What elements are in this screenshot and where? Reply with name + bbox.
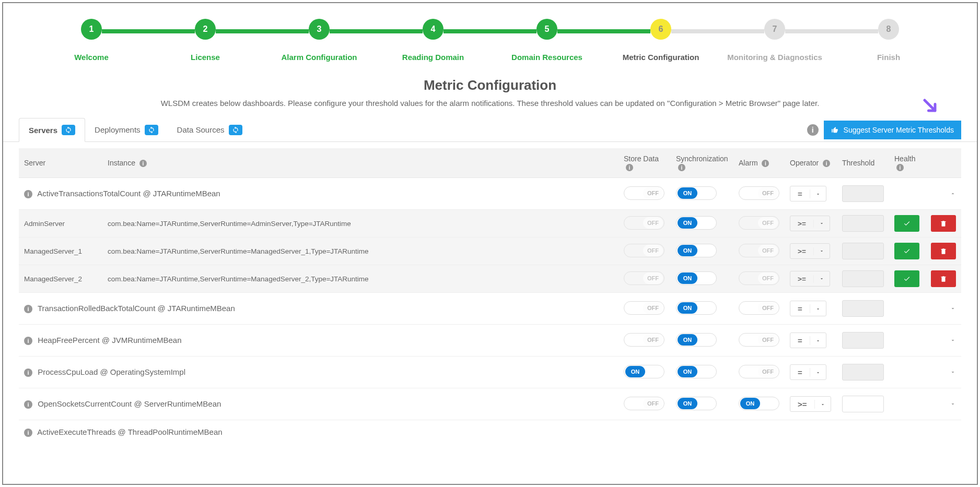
toggle-off: OFF <box>739 271 779 285</box>
info-icon[interactable]: i <box>762 160 769 167</box>
step-circle: 8 <box>878 19 899 40</box>
toggle-on[interactable]: ON <box>676 333 717 347</box>
step-circle: 5 <box>536 19 557 40</box>
chevron-down-icon <box>810 189 826 198</box>
toggle-off[interactable]: OFF <box>739 186 779 200</box>
threshold-input[interactable] <box>842 396 884 412</box>
chevron-down-icon[interactable] <box>950 304 956 313</box>
chevron-down-icon <box>810 304 826 313</box>
step-line <box>444 29 536 33</box>
threshold-input <box>842 185 884 202</box>
toggle-on[interactable]: ON <box>676 216 717 230</box>
health-ok-button[interactable] <box>894 270 919 287</box>
toggle-on[interactable]: ON <box>676 244 717 257</box>
toggle-off[interactable]: OFF <box>624 397 664 410</box>
info-icon[interactable]: i <box>626 164 633 171</box>
chevron-down-icon[interactable] <box>950 336 956 345</box>
step-7[interactable]: 7 Monitoring & Diagnostics <box>718 19 832 62</box>
toggle-off[interactable]: OFF <box>739 333 779 347</box>
toggle-off[interactable]: OFF <box>624 186 664 200</box>
toggle-on[interactable]: ON <box>676 186 717 200</box>
chevron-down-icon[interactable] <box>950 400 956 409</box>
info-icon[interactable]: i <box>24 369 32 377</box>
threshold-input <box>842 243 884 259</box>
step-line <box>671 29 764 33</box>
step-circle: 7 <box>764 19 785 40</box>
toggle-on[interactable]: ON <box>676 365 717 378</box>
step-2[interactable]: 2 License <box>148 19 262 62</box>
info-icon[interactable]: i <box>24 400 32 409</box>
toggle-on[interactable]: ON <box>624 365 664 378</box>
tab-deployments[interactable]: Deployments <box>85 118 168 141</box>
step-line <box>557 29 650 33</box>
instance-name: com.bea:Name=JTARuntime,ServerRuntime=Ad… <box>102 210 619 237</box>
step-line <box>330 29 423 33</box>
delete-button[interactable] <box>931 270 956 287</box>
threshold-input <box>842 300 884 317</box>
toggle-off[interactable]: OFF <box>624 301 664 315</box>
info-icon[interactable]: i <box>24 337 32 345</box>
metric-name: ProcessCpuLoad @ OperatingSystemImpl <box>38 367 185 376</box>
info-icon[interactable]: i <box>807 124 819 136</box>
delete-button[interactable] <box>931 243 956 259</box>
toggle-on[interactable]: ON <box>739 397 779 410</box>
server-row: ManagedServer_2 com.bea:Name=JTARuntime,… <box>19 265 961 293</box>
tab-datasources[interactable]: Data Sources <box>168 118 252 141</box>
tab-servers[interactable]: Servers <box>19 118 85 142</box>
step-5[interactable]: 5 Domain Resources <box>490 19 604 62</box>
toggle-off[interactable]: OFF <box>739 365 779 378</box>
operator-select[interactable]: = <box>790 301 826 316</box>
col-operator: Operator i <box>785 148 837 178</box>
chevron-up-icon[interactable] <box>950 189 956 198</box>
toggle-off[interactable]: OFF <box>624 333 664 347</box>
toggle-on[interactable]: ON <box>676 301 717 315</box>
toggle-on[interactable]: ON <box>676 271 717 285</box>
refresh-icon[interactable] <box>229 125 242 135</box>
operator-select[interactable]: = <box>790 364 826 380</box>
health-ok-button[interactable] <box>894 243 919 259</box>
info-icon[interactable]: i <box>139 160 147 167</box>
info-icon[interactable]: i <box>24 305 32 313</box>
step-4[interactable]: 4 Reading Domain <box>376 19 490 62</box>
step-8[interactable]: 8 Finish <box>832 19 946 62</box>
metric-row: i ActiveTransactionsTotalCount @ JTARunt… <box>19 178 961 210</box>
operator-select: >= <box>790 243 830 259</box>
info-icon[interactable]: i <box>24 190 32 198</box>
metrics-table: Server Instance i Store Data i Synchroni… <box>19 148 961 444</box>
operator-select[interactable]: = <box>790 332 826 348</box>
threshold-input <box>842 215 884 232</box>
col-instance: Instance i <box>102 148 619 178</box>
info-icon[interactable]: i <box>823 160 830 167</box>
refresh-icon[interactable] <box>62 125 75 135</box>
operator-select: >= <box>790 271 830 287</box>
step-3[interactable]: 3 Alarm Configuration <box>262 19 376 62</box>
metric-row: i ActiveExecuteThreads @ ThreadPoolRunti… <box>19 420 961 445</box>
metric-name: TransactionRolledBackTotalCount @ JTARun… <box>38 304 235 313</box>
info-icon[interactable]: i <box>678 164 685 171</box>
col-alarm: Alarm i <box>733 148 785 178</box>
tab-datasources-label: Data Sources <box>177 125 225 134</box>
operator-select[interactable]: = <box>790 186 826 201</box>
pointer-arrow-icon <box>922 98 938 113</box>
chevron-down-icon[interactable] <box>950 368 956 377</box>
refresh-icon[interactable] <box>145 125 158 135</box>
metric-name: ActiveTransactionsTotalCount @ JTARuntim… <box>37 189 220 198</box>
instance-name: com.bea:Name=JTARuntime,ServerRuntime=Ma… <box>102 265 619 293</box>
col-threshold: Threshold <box>837 148 889 178</box>
chevron-down-icon <box>810 368 826 377</box>
chevron-down-icon <box>814 400 831 409</box>
operator-select[interactable]: >= <box>790 396 831 412</box>
info-icon[interactable]: i <box>24 429 32 437</box>
info-icon[interactable]: i <box>896 164 904 171</box>
tab-deployments-label: Deployments <box>95 125 141 134</box>
suggest-thresholds-button[interactable]: Suggest Server Metric Thresholds <box>824 121 961 139</box>
step-1[interactable]: 1 Welcome <box>34 19 148 62</box>
health-ok-button[interactable] <box>894 215 919 232</box>
step-circle: 6 <box>650 19 671 40</box>
toggle-off[interactable]: OFF <box>739 301 779 315</box>
delete-button[interactable] <box>931 215 956 232</box>
step-6[interactable]: 6 Metric Configuration <box>604 19 718 62</box>
step-line <box>785 29 878 33</box>
metric-name: HeapFreePercent @ JVMRuntimeMBean <box>38 336 181 345</box>
toggle-on[interactable]: ON <box>676 397 717 410</box>
